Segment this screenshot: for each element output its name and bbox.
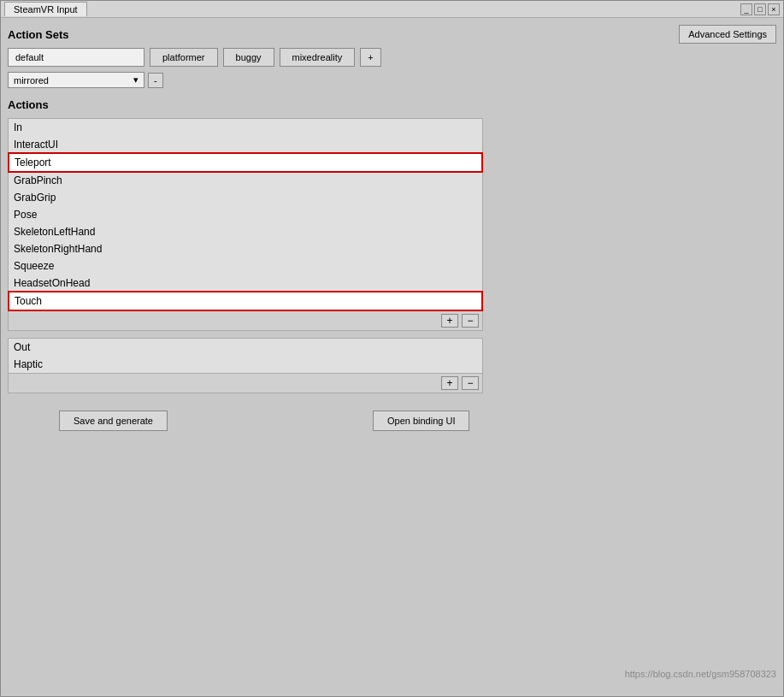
action-item-squeeze[interactable]: Squeeze [9,257,482,275]
out-list-footer: + − [8,374,483,393]
save-generate-button[interactable]: Save and generate [59,411,168,431]
action-item-skeletonrighthand[interactable]: SkeletonRightHand [9,240,482,257]
remove-action-button[interactable]: − [462,314,479,328]
remove-set-button[interactable]: - [148,73,163,88]
action-item-out[interactable]: Out [9,339,482,356]
add-action-button[interactable]: + [441,314,458,328]
action-item-pose[interactable]: Pose [9,206,482,223]
actions-label: Actions [8,98,776,111]
content-area: Advanced Settings Action Sets default pl… [1,18,783,696]
title-controls: _ □ × [740,3,780,15]
action-item-skeletonlefthand[interactable]: SkeletonLeftHand [9,223,482,240]
action-sets-row: default platformer buggy mixedreality + [8,48,776,67]
title-bar: SteamVR Input _ □ × [1,1,783,18]
add-out-button[interactable]: + [441,376,458,390]
buggy-set-button[interactable]: buggy [223,48,274,67]
dropdown-value: mirrored [14,75,49,86]
bottom-buttons: Save and generate Open binding UI [8,411,776,431]
platformer-set-button[interactable]: platformer [150,48,218,67]
action-item-grabpinch[interactable]: GrabPinch [9,172,482,189]
watermark: https://blog.csdn.net/gsm958708323 [625,669,776,679]
close-button[interactable]: × [768,3,780,15]
action-sets-row-2: mirrored ▾ - [8,72,776,88]
restore-button[interactable]: □ [754,3,766,15]
action-item-headsetonhead[interactable]: HeadsetOnHead [9,275,482,292]
open-binding-button[interactable]: Open binding UI [373,411,470,431]
main-window: SteamVR Input _ □ × Advanced Settings Ac… [0,0,784,697]
action-item-interactui[interactable]: InteractUI [9,136,482,153]
dropdown-arrow-icon: ▾ [133,74,139,86]
advanced-settings-container: Advanced Settings [679,25,776,44]
remove-out-button[interactable]: − [462,376,479,390]
actions-list: In InteractUI Teleport GrabPinch GrabGri… [8,118,483,311]
action-item-in[interactable]: In [9,119,482,136]
advanced-settings-button[interactable]: Advanced Settings [679,25,776,44]
action-sets-label: Action Sets [8,28,776,41]
out-section: Out Haptic + − [8,338,776,393]
mixedreality-set-button[interactable]: mixedreality [280,48,356,67]
actions-section: Actions In InteractUI Teleport GrabPinch… [8,98,776,331]
action-item-haptic[interactable]: Haptic [9,356,482,373]
default-set-button[interactable]: default [8,48,144,67]
title-tab: SteamVR Input [4,2,87,16]
action-item-grabgrip[interactable]: GrabGrip [9,189,482,206]
add-set-button[interactable]: + [360,48,380,67]
action-item-teleport[interactable]: Teleport [9,153,482,172]
actions-list-footer: + − [8,311,483,331]
out-list: Out Haptic [8,338,483,374]
action-item-touch[interactable]: Touch [9,292,482,310]
mirrored-dropdown[interactable]: mirrored ▾ [8,72,144,88]
minimize-button[interactable]: _ [740,3,752,15]
